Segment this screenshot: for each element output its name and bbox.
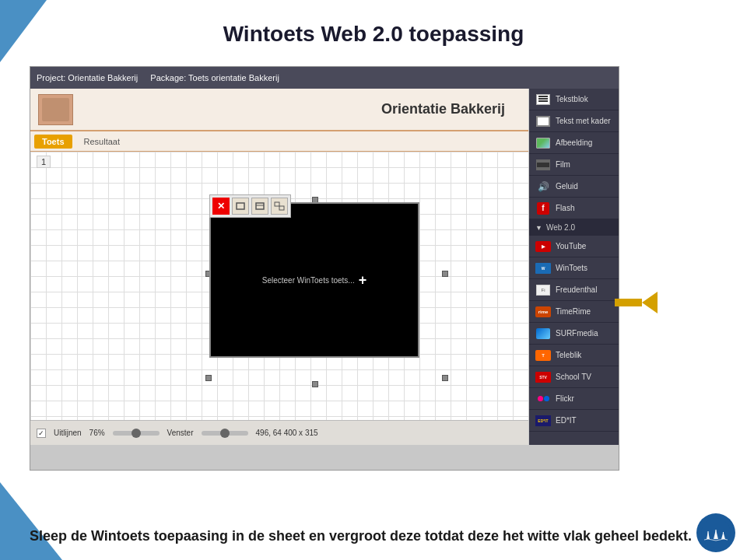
- film-icon: [535, 159, 551, 171]
- panel-label-flash: Flash: [556, 204, 574, 212]
- flash-icon: f: [535, 202, 551, 215]
- resize-handle-bottom-left[interactable]: [205, 375, 212, 381]
- uitlijnen-checkbox[interactable]: ✓: [37, 429, 46, 438]
- venster-slider-thumb[interactable]: [220, 429, 230, 438]
- surfmedia-icon: [535, 327, 551, 340]
- video-select-prompt[interactable]: Selecteer WinToets toets... +: [262, 272, 366, 289]
- tekstmetkader-icon: [535, 115, 551, 128]
- page-title: Wintoets Web 2.0 toepassing: [0, 22, 747, 47]
- toolbar-btn-1[interactable]: [232, 198, 249, 215]
- panel-label-geluid: Geluid: [556, 182, 578, 191]
- zoom-slider-thumb[interactable]: [132, 429, 141, 438]
- panel-item-afbeelding[interactable]: Afbeelding: [529, 132, 619, 154]
- video-select-label: Selecteer WinToets toets...: [262, 276, 355, 285]
- resize-handle-bottom-center[interactable]: [312, 381, 318, 387]
- panel-label-teleblik: Teleblik: [556, 351, 581, 359]
- quiz-grid-area: 1 ✕: [30, 152, 528, 420]
- three-ships-logo: [696, 513, 735, 552]
- quiz-logo-inner: [42, 98, 69, 121]
- coordinates-label: 496, 64 400 x 315: [256, 429, 318, 437]
- tab-resultaat[interactable]: Resultaat: [76, 135, 128, 149]
- toolbar-btn-2[interactable]: [251, 198, 268, 215]
- web20-section-header[interactable]: ▼ Web 2.0: [529, 219, 619, 236]
- svg-rect-9: [716, 530, 717, 539]
- teleblik-icon: T: [535, 349, 551, 362]
- quiz-header: Orientatie Bakkerij: [30, 89, 528, 131]
- svg-rect-3: [275, 202, 279, 206]
- uitlijnen-label: Uitlijnen: [54, 429, 82, 437]
- web20-arrow-icon: ▼: [535, 224, 542, 232]
- video-embed-area[interactable]: Selecteer WinToets toets... +: [209, 202, 419, 358]
- panel-label-film: Film: [556, 160, 570, 169]
- yellow-arrow-head: [642, 292, 658, 313]
- panel-item-youtube[interactable]: ▶ YouTube: [529, 236, 619, 257]
- afbeelding-icon: [535, 137, 551, 149]
- caption-text: Sleep de Wintoets toepaasing in de sheet…: [30, 528, 731, 544]
- zoom-slider[interactable]: [113, 431, 160, 436]
- venster-label: Venster: [167, 429, 194, 437]
- panel-item-surfmedia[interactable]: SURFmedia: [529, 323, 619, 345]
- edit-icon: ED*IT: [535, 415, 551, 427]
- app-topbar: Project: Orientatie Bakkerij Package: To…: [30, 67, 619, 89]
- svg-rect-1: [256, 203, 264, 209]
- zoom-level: 76%: [89, 429, 105, 437]
- panel-label-flickr: Flickr: [556, 394, 574, 403]
- app-statusbar: ✓ Uitlijnen 76% Venster 496, 64 400 x 31…: [30, 420, 528, 445]
- three-ships-svg: [700, 517, 731, 548]
- yellow-arrow-body: [615, 299, 642, 306]
- flickr-icon: [535, 393, 551, 405]
- panel-item-film[interactable]: Film: [529, 154, 619, 176]
- video-select-plus-icon: +: [359, 272, 367, 289]
- tekstblok-icon: [535, 93, 551, 106]
- panel-item-timerime[interactable]: rime TimeRime: [529, 301, 619, 323]
- resize-handle-bottom-right[interactable]: [442, 375, 448, 381]
- panel-label-edit: ED*IT: [556, 416, 577, 425]
- panel-label-afbeelding: Afbeelding: [556, 138, 592, 147]
- svg-rect-7: [708, 531, 709, 539]
- quiz-logo: [38, 94, 73, 125]
- youtube-icon: ▶: [535, 240, 551, 253]
- panel-label-wintoets: WinToets: [556, 264, 587, 272]
- panel-label-tekstmetkader: Tekst met kader: [556, 117, 611, 125]
- panel-item-flickr[interactable]: Flickr: [529, 388, 619, 410]
- svg-rect-0: [237, 203, 244, 209]
- grid-number: 1: [37, 156, 51, 168]
- panel-item-geluid[interactable]: 🔊 Geluid: [529, 176, 619, 198]
- svg-rect-4: [279, 206, 284, 210]
- panel-item-edit[interactable]: ED*IT ED*IT: [529, 410, 619, 432]
- panel-label-freudenthal: Freudenthal: [556, 285, 597, 294]
- toolbar-close-btn[interactable]: ✕: [212, 198, 230, 215]
- caption-main-text: Sleep de Wintoets toepaasing in de sheet…: [30, 528, 692, 544]
- panel-label-schooltv: School TV: [556, 373, 591, 381]
- panel-item-schooltv[interactable]: STV School TV: [529, 366, 619, 388]
- panel-item-tekstmetkader[interactable]: Tekst met kader: [529, 110, 619, 132]
- three-ships-logo-area: [696, 513, 735, 552]
- floating-toolbar: ✕: [209, 194, 291, 218]
- topbar-package: Package: Toets orientatie Bakkerij: [150, 73, 279, 82]
- panel-label-surfmedia: SURFmedia: [556, 329, 598, 338]
- panel-item-freudenthal[interactable]: Fi Freudenthal: [529, 279, 619, 301]
- quiz-title: Orientatie Bakkerij: [381, 101, 505, 117]
- caption-area: Sleep de Wintoets toepaasing in de sheet…: [30, 528, 731, 544]
- geluid-icon: 🔊: [535, 180, 551, 193]
- tab-toets[interactable]: Toets: [34, 135, 72, 149]
- web20-section-label: Web 2.0: [546, 223, 575, 232]
- panel-label-tekstblok: Tekstblok: [556, 95, 588, 103]
- deco-bottom-left: [0, 482, 62, 560]
- svg-rect-11: [723, 532, 724, 539]
- topbar-project: Project: Orientatie Bakkerij: [37, 73, 138, 82]
- panel-item-flash[interactable]: f Flash: [529, 198, 619, 219]
- app-main-area: Orientatie Bakkerij Toets Resultaat 1 ✕: [30, 89, 529, 445]
- venster-slider[interactable]: [202, 431, 248, 436]
- timerime-icon: rime: [535, 306, 551, 318]
- panel-item-teleblik[interactable]: T Teleblik: [529, 345, 619, 366]
- resize-handle-right[interactable]: [442, 271, 448, 277]
- wintoets-icon: W: [535, 262, 551, 275]
- right-panel: Tekstblok Tekst met kader Afbeelding: [529, 89, 619, 445]
- quiz-tabs: Toets Resultaat: [30, 131, 528, 152]
- panel-item-tekstblok[interactable]: Tekstblok: [529, 89, 619, 110]
- panel-item-wintoets[interactable]: W WinToets: [529, 257, 619, 279]
- screenshot-container: Project: Orientatie Bakkerij Package: To…: [30, 66, 619, 471]
- toolbar-btn-3[interactable]: [271, 198, 288, 215]
- yellow-arrow-indicator: [615, 292, 658, 313]
